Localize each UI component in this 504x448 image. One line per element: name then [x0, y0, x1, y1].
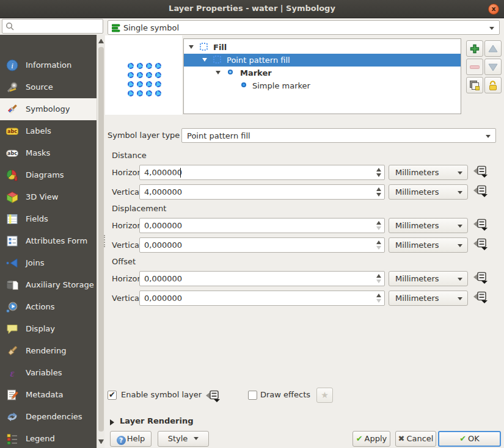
information-icon: i — [5, 59, 19, 72]
data-defined-icon — [473, 165, 489, 179]
sidebar-item-auxiliary-storage[interactable]: Auxiliary Storage — [0, 274, 97, 296]
help-button[interactable]: ?Help — [110, 431, 152, 447]
move-up-button[interactable] — [484, 40, 502, 57]
duplicate-symbol-layer-button[interactable] — [466, 77, 483, 93]
enable-symbol-layer-checkbox[interactable]: ✔ — [108, 391, 117, 400]
remove-symbol-layer-button[interactable] — [466, 59, 483, 75]
displacement-horizontal-input[interactable]: 0,000000 — [139, 218, 385, 233]
cancel-button[interactable]: ✖Cancel — [395, 431, 436, 447]
sidebar-item-fields[interactable]: Fields — [0, 208, 97, 230]
distance-horizontal-unit-combo[interactable]: Millimeters — [389, 165, 468, 180]
displacement-section-label: Displacement — [112, 204, 166, 213]
data-defined-override-button[interactable] — [473, 271, 489, 286]
marker-symbol-icon — [228, 70, 233, 74]
sidebar-item-rendering[interactable]: Rendering — [0, 340, 97, 362]
search-input[interactable] — [2, 19, 103, 34]
displacement-horizontal-unit-combo[interactable]: Millimeters — [389, 218, 468, 233]
check-icon: ✔ — [459, 434, 466, 443]
splitter-handle[interactable] — [104, 235, 105, 247]
move-down-button[interactable] — [484, 59, 502, 75]
spinner-buttons[interactable] — [374, 219, 384, 233]
close-window-button[interactable]: x — [488, 4, 499, 15]
sidebar-item-labels[interactable]: abc Labels — [0, 120, 97, 142]
distance-vertical-unit-combo[interactable]: Millimeters — [389, 184, 468, 200]
auxiliary-storage-icon — [5, 278, 19, 292]
sidebar-item-joins[interactable]: Joins — [0, 252, 97, 274]
sidebar-item-3d-view[interactable]: 3D View — [0, 186, 97, 208]
chevron-down-icon — [194, 437, 199, 440]
scroll-up-icon[interactable] — [98, 38, 104, 43]
add-icon — [470, 44, 480, 54]
expander-icon[interactable] — [216, 71, 221, 74]
layer-rendering-expander-icon[interactable] — [110, 419, 114, 425]
sidebar-item-legend[interactable]: Legend — [0, 428, 97, 448]
labels-icon: abc — [5, 125, 19, 138]
renderer-combo[interactable]: Single symbol — [108, 20, 500, 35]
tree-item-marker[interactable]: Marker — [184, 67, 461, 79]
lock-colors-button[interactable] — [484, 77, 502, 93]
data-defined-icon — [205, 389, 221, 403]
scrollbar-thumb[interactable] — [98, 47, 104, 432]
enable-symbol-layer-label: Enable symbol layer — [121, 390, 202, 399]
chevron-down-icon — [458, 244, 462, 247]
tree-item-point-pattern-fill[interactable]: Point pattern fill — [184, 54, 461, 67]
draw-effects-checkbox[interactable] — [248, 391, 257, 400]
offset-vertical-input[interactable]: 0,000000 — [139, 291, 385, 306]
distance-horizontal-input[interactable]: 4,000000 — [139, 165, 385, 180]
customize-effects-button[interactable]: ★ — [316, 388, 333, 403]
tree-item-simple-marker[interactable]: Simple marker — [184, 79, 461, 92]
masks-icon: abc — [5, 146, 19, 160]
symbol-layer-type-combo[interactable]: Point pattern fill — [181, 128, 496, 143]
fill-symbol-icon — [200, 43, 208, 51]
add-symbol-layer-button[interactable] — [466, 40, 483, 57]
sidebar-item-variables[interactable]: ε Variables — [0, 362, 97, 384]
titlebar[interactable]: Layer Properties - water | Symbology x — [0, 0, 504, 18]
layer-rendering-label[interactable]: Layer Rendering — [120, 416, 194, 425]
expander-icon[interactable] — [202, 58, 207, 62]
svg-text:abc: abc — [7, 129, 17, 134]
spinner-buttons[interactable] — [374, 272, 384, 286]
offset-horizontal-unit-combo[interactable]: Millimeters — [389, 271, 468, 286]
sidebar-item-source[interactable]: Source — [0, 76, 97, 98]
offset-horizontal-input[interactable]: 0,000000 — [139, 271, 385, 286]
sidebar-item-metadata[interactable]: Metadata — [0, 384, 97, 406]
symbol-layer-type-label: Symbol layer type — [108, 131, 180, 140]
data-defined-icon — [473, 271, 489, 285]
spinner-buttons[interactable] — [374, 291, 384, 305]
tree-item-fill[interactable]: Fill — [184, 41, 461, 54]
scroll-down-icon[interactable] — [98, 439, 104, 445]
distance-vertical-input[interactable]: 4,000000 — [139, 184, 385, 200]
ok-button[interactable]: ✔OK — [438, 431, 501, 447]
sidebar-item-dependencies[interactable]: Dependencies — [0, 406, 97, 428]
chevron-down-icon — [458, 172, 462, 175]
dialog-body: Single symbol i Information Source — [0, 18, 504, 448]
spinner-buttons[interactable] — [374, 185, 384, 199]
data-defined-override-button[interactable] — [205, 389, 222, 404]
apply-button[interactable]: ✔Apply — [352, 431, 390, 447]
svg-text:abc: abc — [7, 151, 17, 156]
data-defined-icon — [473, 184, 489, 198]
sidebar-item-attributes-form[interactable]: Attributes Form — [0, 230, 97, 252]
sidebar-item-symbology[interactable]: Symbology — [0, 98, 97, 120]
data-defined-override-button[interactable] — [473, 237, 489, 252]
data-defined-override-button[interactable] — [473, 218, 489, 233]
expander-icon[interactable] — [189, 45, 194, 49]
variables-icon: ε — [5, 366, 19, 380]
chevron-down-icon — [458, 225, 462, 228]
unlock-icon — [488, 80, 498, 90]
sidebar-item-display[interactable]: Display — [0, 318, 97, 340]
sidebar-item-information[interactable]: i Information — [0, 54, 97, 76]
style-button[interactable]: Style — [158, 431, 209, 447]
data-defined-override-button[interactable] — [473, 165, 489, 179]
sidebar-item-masks[interactable]: abc Masks — [0, 142, 97, 164]
spinner-buttons[interactable] — [374, 238, 384, 252]
data-defined-override-button[interactable] — [473, 291, 489, 305]
displacement-vertical-unit-combo[interactable]: Millimeters — [389, 237, 468, 253]
displacement-vertical-input[interactable]: 0,000000 — [139, 237, 385, 253]
sidebar-item-diagrams[interactable]: Diagrams — [0, 164, 97, 186]
offset-vertical-unit-combo[interactable]: Millimeters — [389, 291, 468, 306]
sidebar-item-actions[interactable]: Actions — [0, 296, 97, 318]
spinner-buttons[interactable] — [374, 165, 384, 179]
data-defined-override-button[interactable] — [473, 184, 489, 199]
data-defined-icon — [473, 218, 489, 232]
